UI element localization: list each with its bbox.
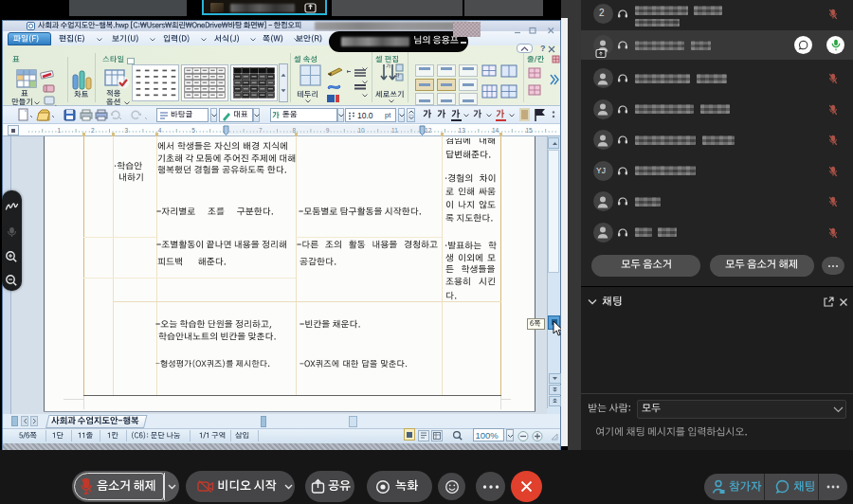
svg-text:3: 3 [124, 127, 128, 134]
svg-text:12: 12 [425, 127, 432, 134]
svg-text:14: 14 [492, 127, 499, 134]
svg-text:15: 15 [525, 127, 533, 134]
svg-text:13: 13 [459, 127, 466, 134]
svg-text:4: 4 [158, 127, 162, 134]
svg-text:5: 5 [191, 127, 195, 134]
svg-text:2: 2 [91, 127, 95, 134]
svg-text:1: 1 [58, 127, 62, 134]
